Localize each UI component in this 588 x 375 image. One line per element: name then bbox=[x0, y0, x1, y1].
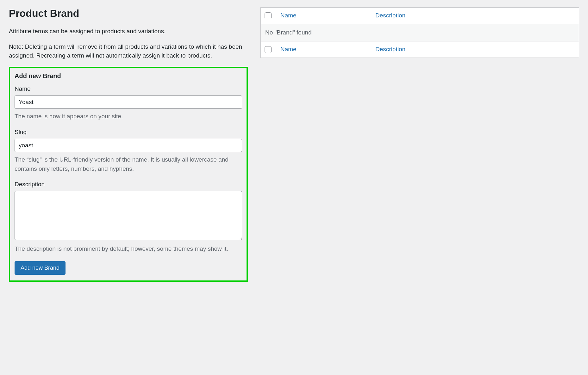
add-new-form: Add new Brand Name The name is how it ap… bbox=[9, 67, 248, 282]
table-empty-message: No "Brand" found bbox=[261, 24, 579, 41]
description-sort-link[interactable]: Description bbox=[375, 12, 405, 19]
slug-label: Slug bbox=[15, 129, 242, 136]
name-sort-link[interactable]: Name bbox=[280, 12, 297, 19]
description-field-group: Description The description is not promi… bbox=[15, 181, 242, 254]
description-column-footer: Description bbox=[371, 41, 579, 58]
add-new-brand-button[interactable]: Add new Brand bbox=[15, 261, 66, 275]
slug-field-group: Slug The “slug” is the URL-friendly vers… bbox=[15, 129, 242, 174]
name-column-footer: Name bbox=[276, 41, 371, 58]
slug-help: The “slug” is the URL-friendly version o… bbox=[15, 155, 242, 173]
terms-table: Name Description No "Brand" found bbox=[260, 7, 579, 58]
description-label: Description bbox=[15, 181, 242, 188]
slug-input[interactable] bbox=[15, 139, 242, 152]
form-heading: Add new Brand bbox=[15, 72, 242, 80]
description-sort-link-footer[interactable]: Description bbox=[375, 46, 405, 52]
intro-text-2: Note: Deleting a term will remove it fro… bbox=[9, 42, 248, 60]
description-help: The description is not prominent by defa… bbox=[15, 244, 242, 254]
name-label: Name bbox=[15, 85, 242, 92]
description-textarea[interactable] bbox=[15, 191, 242, 240]
select-all-header bbox=[261, 8, 276, 24]
select-all-footer bbox=[261, 41, 276, 58]
select-all-checkbox-top[interactable] bbox=[265, 12, 272, 19]
name-sort-link-footer[interactable]: Name bbox=[280, 46, 297, 52]
table-empty-row: No "Brand" found bbox=[261, 24, 579, 41]
intro-text-1: Attribute terms can be assigned to produ… bbox=[9, 27, 248, 36]
description-column-header: Description bbox=[371, 8, 579, 24]
name-column-header: Name bbox=[276, 8, 371, 24]
name-input[interactable] bbox=[15, 95, 242, 109]
select-all-checkbox-bottom[interactable] bbox=[265, 46, 272, 53]
name-field-group: Name The name is how it appears on your … bbox=[15, 85, 242, 121]
name-help: The name is how it appears on your site. bbox=[15, 112, 242, 121]
